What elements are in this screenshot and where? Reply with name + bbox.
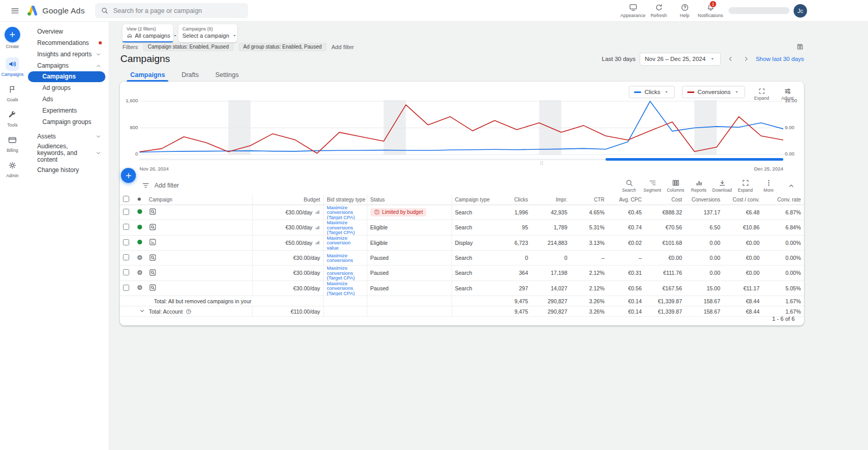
show-last-30-days-link[interactable]: Show last 30 days — [756, 56, 804, 62]
columns-button[interactable]: Columns — [664, 179, 687, 193]
budget-insights-icon[interactable] — [315, 240, 320, 245]
campaign-selector-dropdown[interactable]: Campaigns (6) Select a campaign — [178, 24, 237, 42]
budget-value[interactable]: €30.00/day — [286, 224, 313, 230]
campaign-status-dot-enabled[interactable] — [136, 224, 143, 230]
bid-strategy-link[interactable]: Maximize conversions (Target CPA) — [327, 205, 364, 220]
col-bid-strategy-type[interactable]: Bid strategy type — [323, 195, 367, 205]
download-button[interactable]: Download — [710, 179, 734, 193]
nav-subitem-ad-groups[interactable]: Ad groups — [25, 82, 109, 94]
col-cost-conv[interactable]: Cost / conv. — [723, 195, 763, 205]
nav-subitem-experiments[interactable]: Experiments — [25, 105, 109, 116]
nav-subitem-campaign-groups[interactable]: Campaign groups — [25, 116, 109, 128]
row-checkbox[interactable] — [123, 269, 129, 275]
more-button[interactable]: More — [757, 179, 780, 193]
appearance-button[interactable]: Appearance — [620, 3, 646, 18]
bid-strategy-link[interactable]: Maximize conversion value — [327, 236, 364, 251]
campaign-status-dot-enabled[interactable] — [136, 208, 143, 215]
budget-value[interactable]: €30.00/day — [293, 255, 320, 261]
nav-item-change-history[interactable]: Change history — [25, 164, 109, 176]
row-checkbox[interactable] — [123, 285, 129, 291]
help-circle-icon[interactable] — [185, 308, 192, 315]
tab-settings[interactable]: Settings — [208, 68, 246, 82]
col-ctr[interactable]: CTR — [570, 195, 608, 205]
col-cost[interactable]: Cost — [645, 195, 685, 205]
rail-item-campaigns[interactable]: Campaigns — [2, 57, 24, 77]
reports-button[interactable]: Reports — [687, 179, 710, 193]
segment-button[interactable]: Segment — [641, 179, 664, 193]
google-ads-logo-icon — [27, 5, 39, 16]
nav-item-overview[interactable]: Overview — [25, 26, 109, 37]
row-checkbox[interactable] — [123, 254, 129, 260]
nav-subitem-ads[interactable]: Ads — [25, 94, 109, 105]
nav-item-recommendations[interactable]: Recommendations — [25, 37, 109, 49]
slider-visible-range[interactable] — [606, 158, 783, 161]
nav-subitem-campaigns[interactable]: Campaigns — [28, 71, 105, 82]
search-bar[interactable]: Search for a page or campaign — [95, 3, 248, 18]
row-checkbox[interactable] — [123, 224, 129, 230]
limited-by-budget-badge[interactable]: Limited by budget — [370, 208, 427, 216]
rail-item-goals[interactable]: Goals — [2, 83, 24, 102]
next-range-button[interactable] — [740, 53, 752, 65]
select-all-checkbox[interactable] — [123, 196, 129, 202]
budget-insights-icon[interactable] — [315, 225, 320, 230]
clicks-metric-dropdown[interactable]: Clicks — [629, 86, 675, 98]
create-button[interactable]: Create — [5, 27, 20, 49]
nav-section-campaigns[interactable]: Campaigns — [25, 60, 109, 71]
expand-total-row-button[interactable] — [138, 307, 146, 315]
search-input[interactable]: Search for a page or campaign — [113, 7, 202, 14]
col-campaign-type[interactable]: Campaign type — [452, 195, 494, 205]
rail-item-tools[interactable]: Tools — [2, 108, 24, 128]
col-clicks[interactable]: Clicks — [494, 195, 531, 205]
nav-section-audiences-keywords-and-content[interactable]: Audiences, keywords, and content — [25, 142, 109, 164]
col-conversions[interactable]: Conversions — [685, 195, 723, 205]
tab-drafts[interactable]: Drafts — [174, 68, 206, 82]
bid-strategy-link[interactable]: Maximize conversions — [327, 253, 364, 263]
conversions-metric-dropdown[interactable]: Conversions — [682, 86, 745, 98]
expand-button[interactable]: Expand — [734, 179, 757, 193]
budget-value[interactable]: €30.00/day — [293, 270, 320, 276]
col-avg-cpc[interactable]: Avg. CPC — [608, 195, 645, 205]
tab-campaigns[interactable]: Campaigns — [122, 68, 173, 82]
rail-item-admin[interactable]: Admin — [2, 159, 24, 178]
budget-value[interactable]: €30.00/day — [293, 285, 320, 291]
notifications-button[interactable]: 1 Notifications — [698, 3, 723, 18]
campaign-status-dot-paused[interactable] — [136, 254, 143, 261]
collapse-table-button[interactable] — [782, 178, 800, 193]
add-filter-link[interactable]: Add filter — [332, 44, 354, 50]
user-avatar[interactable]: Jc — [794, 4, 807, 18]
nav-section-assets[interactable]: Assets — [25, 131, 109, 142]
new-campaign-fab[interactable] — [121, 168, 136, 183]
filter-chip-campaign-status[interactable]: Campaign status: Enabled, Paused — [143, 43, 234, 51]
col-budget[interactable]: Budget — [252, 195, 323, 205]
table-add-filter-button[interactable]: Add filter — [142, 181, 179, 190]
previous-range-button[interactable] — [725, 53, 736, 65]
bid-strategy-link[interactable]: Maximize conversions (Target CPA) — [327, 266, 364, 281]
col-conv-rate[interactable]: Conv. rate — [763, 195, 804, 205]
rail-item-billing[interactable]: Billing — [2, 133, 24, 153]
nav-section-insights-and-reports[interactable]: Insights and reports — [25, 49, 109, 60]
campaign-status-dot-enabled[interactable] — [136, 239, 143, 245]
row-checkbox[interactable] — [123, 209, 129, 215]
date-range-selector[interactable]: Nov 26 – Dec 25, 2024 — [640, 53, 721, 66]
bid-strategy-link[interactable]: Maximize conversions (Target CPA) — [327, 281, 364, 296]
col-campaign[interactable]: Campaign — [146, 195, 252, 205]
slider-grip-icon[interactable] — [539, 160, 545, 166]
budget-value[interactable]: €30.00/day — [286, 209, 313, 215]
col-status[interactable]: Status — [367, 195, 452, 205]
budget-insights-icon[interactable] — [315, 209, 320, 215]
refresh-button[interactable]: Refresh — [646, 3, 672, 18]
save-filters-button[interactable] — [796, 43, 804, 51]
row-checkbox[interactable] — [123, 239, 129, 245]
menu-button[interactable] — [8, 4, 22, 18]
bid-strategy-link[interactable]: Maximize conversions (Target CPA) — [327, 220, 364, 235]
help-button[interactable]: Help — [672, 3, 698, 18]
campaign-status-dot-paused[interactable] — [136, 284, 143, 291]
budget-value[interactable]: €50.00/day — [286, 240, 313, 246]
view-selector-dropdown[interactable]: View (2 filters) All campaigns — [122, 24, 173, 42]
search-button[interactable]: Search — [617, 179, 641, 193]
chart-zoom-slider[interactable] — [140, 158, 783, 161]
expand-chart-button[interactable]: Expand — [752, 86, 771, 101]
col-impr[interactable]: Impr. — [531, 195, 570, 205]
filter-chip-ad-group-status[interactable]: Ad group status: Enabled, Paused — [239, 43, 327, 51]
campaign-status-dot-paused[interactable] — [136, 269, 143, 276]
